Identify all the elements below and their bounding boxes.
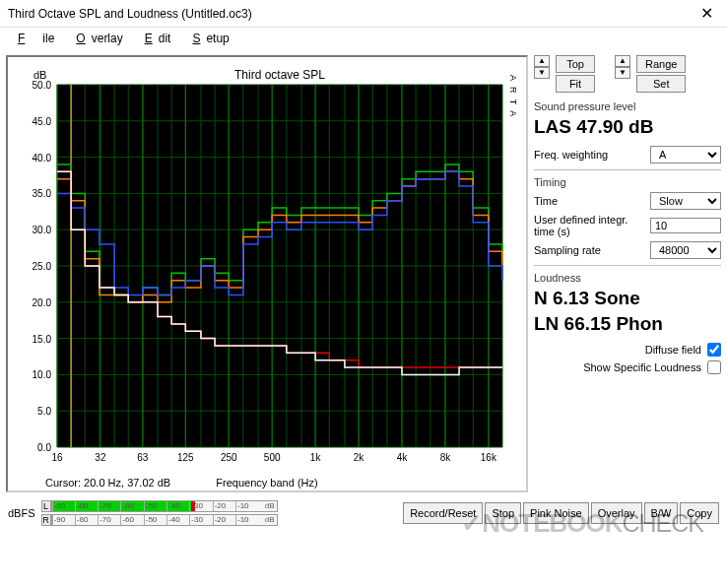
top-up-icon[interactable]: ▲ [534, 55, 550, 67]
meter-L: L -90-80-70-60-50-40-30-20-10dB [41, 500, 278, 512]
timing-heading: Timing [534, 169, 721, 188]
menu-edit[interactable]: Edit [133, 30, 177, 47]
svg-text:63: 63 [137, 452, 149, 463]
range-up-icon[interactable]: ▲ [615, 55, 630, 67]
svg-text:16k: 16k [481, 452, 497, 463]
freq-weighting-label: Freq. weighting [534, 149, 644, 161]
svg-text:40.0: 40.0 [33, 153, 52, 163]
svg-text:5.0: 5.0 [37, 406, 51, 417]
svg-text:20.0: 20.0 [33, 297, 52, 308]
fit-button[interactable]: Fit [556, 75, 595, 93]
svg-text:25.0: 25.0 [33, 261, 52, 272]
svg-text:0.0: 0.0 [37, 442, 51, 453]
phon-value: LN 66.15 Phon [534, 313, 721, 335]
svg-text:32: 32 [95, 452, 106, 463]
svg-text:Third octave SPL: Third octave SPL [234, 68, 325, 82]
svg-text:45.0: 45.0 [33, 116, 52, 127]
top-button[interactable]: Top [556, 55, 595, 73]
menubar: File Overlay Edit Setup [0, 28, 727, 49]
svg-text:15.0: 15.0 [33, 334, 52, 345]
svg-text:125: 125 [177, 452, 194, 463]
pink-noise-button[interactable]: Pink Noise [523, 502, 589, 524]
stop-button[interactable]: Stop [485, 502, 521, 524]
set-button[interactable]: Set [636, 75, 686, 93]
top-down-icon[interactable]: ▼ [534, 67, 550, 79]
menu-overlay[interactable]: Overlay [64, 30, 128, 47]
bw-button[interactable]: B/W [644, 502, 679, 524]
freq-weighting-select[interactable]: A [650, 146, 721, 163]
spl-heading: Sound pressure level [534, 100, 721, 112]
spl-value: LAS 47.90 dB [534, 116, 721, 138]
meter-R: R -90-80-70-60-50-40-30-20-10dB [41, 514, 278, 526]
udit-label: User defined integr. time (s) [534, 214, 644, 237]
svg-text:8k: 8k [440, 452, 452, 463]
udit-input[interactable] [650, 218, 721, 233]
menu-file[interactable]: File [6, 30, 60, 47]
x-axis-label: Frequency band (Hz) [216, 477, 317, 489]
svg-text:16: 16 [51, 452, 63, 463]
range-button[interactable]: Range [636, 55, 686, 73]
sampling-rate-label: Sampling rate [534, 244, 644, 256]
window-title: Third Octave SPL and Loudness (Untitled.… [8, 7, 252, 21]
arta-brand: A R T A [508, 75, 518, 118]
chart-canvas[interactable]: 0.05.010.015.020.025.030.035.040.045.050… [14, 61, 516, 475]
record-reset-button[interactable]: Record/Reset [403, 502, 483, 524]
copy-button[interactable]: Copy [680, 502, 719, 524]
close-icon[interactable]: ✕ [694, 4, 719, 23]
svg-text:4k: 4k [397, 452, 409, 463]
overlay-button[interactable]: Overlay [591, 502, 642, 524]
diffuse-label: Diffuse field [645, 344, 701, 356]
svg-text:dB: dB [33, 69, 46, 81]
cursor-readout: Cursor: 20.0 Hz, 37.02 dB [45, 477, 170, 489]
sampling-rate-select[interactable]: 48000 [650, 241, 721, 259]
svg-text:500: 500 [264, 452, 281, 463]
range-down-icon[interactable]: ▼ [615, 67, 630, 79]
svg-text:1k: 1k [310, 452, 322, 463]
ssl-label: Show Specific Loudness [583, 361, 701, 373]
sone-value: N 6.13 Sone [534, 288, 721, 309]
svg-text:10.0: 10.0 [33, 369, 52, 380]
chart-panel: 0.05.010.015.020.025.030.035.040.045.050… [6, 55, 528, 492]
svg-text:50.0: 50.0 [33, 80, 52, 91]
svg-text:2k: 2k [354, 452, 365, 463]
menu-setup[interactable]: Setup [180, 30, 234, 47]
loudness-heading: Loudness [534, 265, 721, 284]
ssl-checkbox[interactable] [707, 360, 721, 374]
diffuse-checkbox[interactable] [707, 343, 721, 357]
svg-text:30.0: 30.0 [33, 225, 52, 235]
svg-text:35.0: 35.0 [33, 188, 52, 199]
dbfs-label: dBFS [8, 507, 35, 519]
time-select[interactable]: Slow [650, 192, 721, 210]
svg-text:250: 250 [221, 452, 237, 463]
time-label: Time [534, 195, 644, 207]
